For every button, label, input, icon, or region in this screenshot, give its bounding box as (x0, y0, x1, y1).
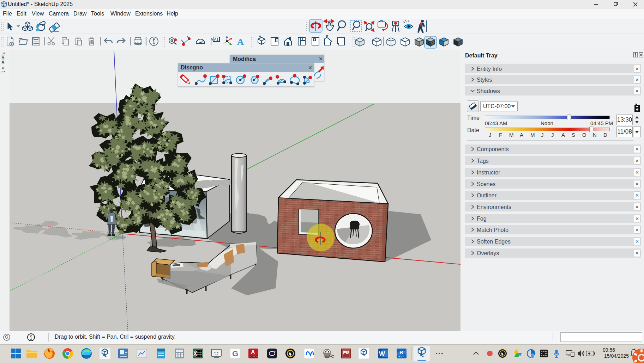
svg-text:A: A (237, 37, 244, 47)
svg-text:A1: A1 (214, 37, 218, 42)
svg-text:X: X (193, 351, 197, 357)
svg-text:A: A (251, 349, 255, 355)
svg-text:RVT: RVT (398, 355, 404, 358)
svg-text:W: W (379, 350, 385, 357)
svg-text:G: G (232, 349, 238, 358)
svg-text:CAD: CAD (251, 355, 257, 358)
svg-text:R: R (399, 349, 403, 355)
svg-text:15/04/2025: 15/04/2025 (604, 353, 629, 359)
svg-text:09:56: 09:56 (603, 347, 615, 353)
svg-text:z: z (634, 347, 636, 351)
